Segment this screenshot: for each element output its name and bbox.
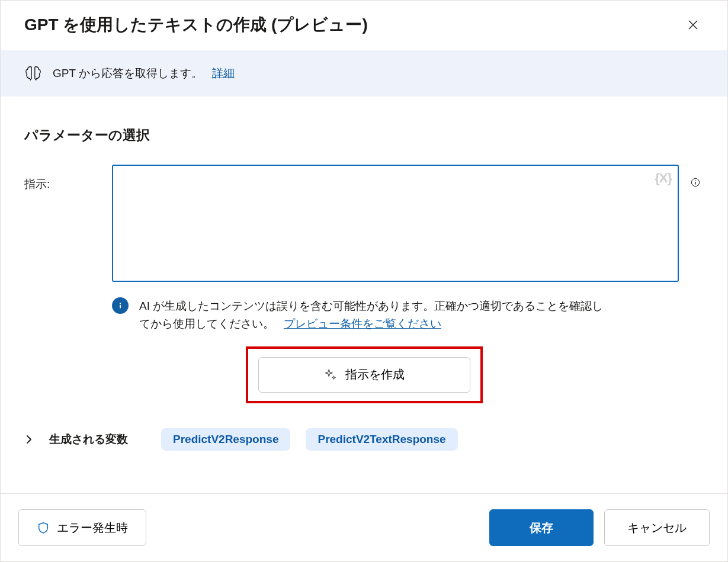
ai-warning-icon-wrap [112, 297, 129, 314]
on-error-button[interactable]: エラー発生時 [18, 509, 146, 546]
create-prompt-label: 指示を作成 [345, 367, 405, 383]
instructions-label: 指示: [24, 165, 106, 192]
info-circle-icon [691, 175, 700, 190]
banner-text: GPT から応答を取得します。 詳細 [53, 66, 235, 81]
footer-left: エラー発生時 [18, 509, 146, 546]
save-button[interactable]: 保存 [489, 509, 594, 546]
on-error-label: エラー発生時 [57, 520, 128, 536]
svg-rect-2 [695, 182, 695, 185]
variable-pill[interactable]: PredictV2TextResponse [306, 428, 457, 451]
instructions-input-wrap: {X} [112, 165, 679, 284]
gpt-text-action-panel: GPT を使用したテキストの作成 (プレビュー) GPT から応答を取得します。… [0, 0, 728, 562]
close-button[interactable] [682, 14, 704, 36]
shield-icon [37, 521, 50, 534]
chevron-right-icon [24, 435, 34, 444]
banner-details-link[interactable]: 詳細 [212, 67, 235, 79]
instructions-field-row: 指示: {X} [24, 165, 704, 284]
panel-header: GPT を使用したテキストの作成 (プレビュー) [1, 1, 727, 50]
gpt-brain-icon [24, 65, 42, 82]
generated-variables-label: 生成される変数 [49, 432, 128, 447]
svg-rect-4 [120, 305, 121, 309]
close-icon [687, 19, 699, 31]
save-label: 保存 [530, 520, 553, 536]
variable-pill[interactable]: PredictV2Response [161, 428, 290, 451]
instructions-input[interactable] [112, 165, 679, 282]
create-prompt-highlight: 指示を作成 [246, 346, 483, 403]
panel-footer: エラー発生時 保存 キャンセル [1, 493, 727, 561]
preview-terms-link[interactable]: プレビュー条件をご覧ください [284, 317, 441, 330]
footer-right: 保存 キャンセル [489, 509, 710, 546]
insert-variable-button[interactable]: {X} [655, 171, 672, 186]
svg-point-3 [120, 303, 121, 304]
svg-point-1 [695, 180, 696, 181]
panel-body: パラメーターの選択 指示: {X} [1, 97, 727, 493]
sparkle-icon [324, 368, 337, 381]
create-prompt-button[interactable]: 指示を作成 [258, 357, 470, 393]
cancel-button[interactable]: キャンセル [604, 509, 710, 546]
info-banner: GPT から応答を取得します。 詳細 [1, 50, 727, 97]
section-title: パラメーターの選択 [24, 126, 704, 144]
ai-warning-text: AI が生成したコンテンツは誤りを含む可能性があります。正確かつ適切であることを… [139, 297, 613, 333]
info-small-icon [116, 301, 124, 310]
panel-title: GPT を使用したテキストの作成 (プレビュー) [24, 14, 368, 36]
instructions-help-button[interactable] [687, 174, 704, 191]
banner-message: GPT から応答を取得します。 [53, 67, 203, 79]
ai-warning: AI が生成したコンテンツは誤りを含む可能性があります。正確かつ適切であることを… [112, 297, 704, 333]
cancel-label: キャンセル [627, 520, 687, 536]
generated-variables-toggle[interactable] [24, 435, 34, 444]
generated-variables-row: 生成される変数 PredictV2Response PredictV2TextR… [24, 428, 704, 451]
